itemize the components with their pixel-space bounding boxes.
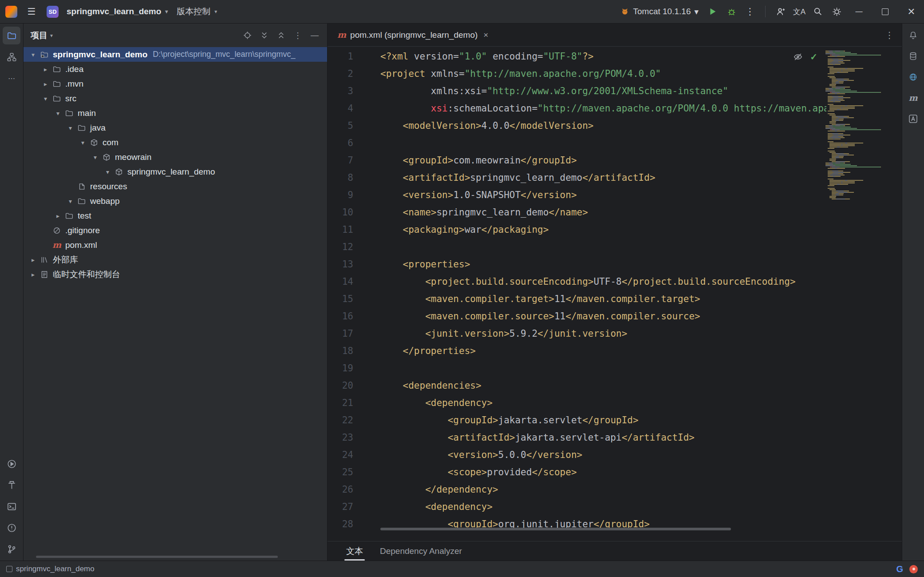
ai-assistant-button[interactable] bbox=[904, 110, 922, 127]
close-button[interactable]: × bbox=[899, 0, 924, 24]
red-circle-icon[interactable] bbox=[909, 565, 918, 573]
endpoints-tool-button[interactable] bbox=[904, 68, 922, 86]
code-line[interactable]: <dependency> bbox=[380, 394, 826, 412]
project-badge[interactable]: SD bbox=[47, 6, 59, 18]
problems-tool-button[interactable] bbox=[3, 519, 20, 537]
maximize-button[interactable] bbox=[873, 0, 898, 24]
bottom-tab-dependency-analyzer[interactable]: Dependency Analyzer bbox=[373, 541, 469, 561]
project-horizontal-scrollbar[interactable] bbox=[36, 556, 278, 558]
tree-item-springmvc_learn_demo[interactable]: ▾springmvc_learn_demo bbox=[24, 164, 327, 179]
services-tool-button[interactable] bbox=[3, 455, 20, 473]
status-breadcrumb[interactable]: springmvc_learn_demo bbox=[6, 565, 95, 573]
highlight-off-icon[interactable] bbox=[793, 52, 803, 62]
more-actions-button[interactable]: ⋮ bbox=[741, 3, 759, 20]
code-line[interactable]: <dependencies> bbox=[380, 377, 826, 394]
tree-item-.gitignore[interactable]: .gitignore bbox=[24, 223, 327, 238]
expand-all-button[interactable] bbox=[257, 28, 271, 43]
chevron-right-icon[interactable]: ▸ bbox=[39, 80, 51, 88]
tree-item--[interactable]: ▸外部库 bbox=[24, 252, 327, 267]
code-line[interactable]: <groupId>jakarta.servlet</groupId> bbox=[380, 412, 826, 429]
editor-tab-pom[interactable]: m pom.xml (springmvc_learn_demo) × bbox=[332, 24, 494, 46]
vcs-widget[interactable]: 版本控制 ▾ bbox=[173, 3, 221, 20]
chevron-down-icon[interactable]: ▾ bbox=[64, 124, 76, 131]
chevron-right-icon[interactable]: ▸ bbox=[27, 256, 39, 263]
code-line[interactable] bbox=[380, 239, 826, 256]
code-line[interactable]: </dependency> bbox=[380, 481, 826, 498]
google-icon[interactable]: G bbox=[896, 564, 903, 574]
tree-item-java[interactable]: ▾java bbox=[24, 120, 327, 135]
chevron-down-icon[interactable]: ▾ bbox=[89, 154, 101, 161]
tree-item-resources[interactable]: resources bbox=[24, 179, 327, 194]
close-icon[interactable]: × bbox=[483, 30, 488, 40]
run-configuration-widget[interactable]: Tomcat 10.1.16 ▾ bbox=[616, 3, 703, 20]
notifications-button[interactable] bbox=[904, 26, 922, 44]
maven-tool-button[interactable]: m bbox=[904, 89, 922, 107]
locate-file-button[interactable] bbox=[240, 28, 254, 43]
minimize-button[interactable]: — bbox=[846, 0, 872, 24]
translate-button[interactable]: 文A bbox=[790, 3, 808, 20]
tree-item-webapp[interactable]: ▾webapp bbox=[24, 194, 327, 208]
code-line[interactable]: <scope>provided</scope> bbox=[380, 464, 826, 481]
code-line[interactable]: </properties> bbox=[380, 342, 826, 360]
more-tool-windows-button[interactable]: ⋯ bbox=[3, 69, 20, 87]
hide-panel-button[interactable]: — bbox=[308, 28, 322, 43]
collapse-all-button[interactable] bbox=[274, 28, 288, 43]
run-button[interactable] bbox=[704, 3, 722, 20]
bottom-tab--[interactable]: 文本 bbox=[339, 541, 370, 561]
build-tool-button[interactable] bbox=[3, 476, 20, 494]
tree-item--[interactable]: ▸临时文件和控制台 bbox=[24, 267, 327, 282]
main-menu-button[interactable]: ☰ bbox=[23, 3, 40, 20]
code-line[interactable]: <properties> bbox=[380, 256, 826, 273]
search-everywhere-button[interactable] bbox=[809, 3, 827, 20]
tab-options-button[interactable]: ⋮ bbox=[881, 30, 897, 40]
code-line[interactable]: <version>1.0-SNAPSHOT</version> bbox=[380, 187, 826, 204]
code-with-me-button[interactable] bbox=[772, 3, 790, 20]
code-line[interactable]: <project.build.sourceEncoding>UTF-8</pro… bbox=[380, 273, 826, 290]
code-line[interactable]: <dependency> bbox=[380, 498, 826, 516]
code-line[interactable]: <packaging>war</packaging> bbox=[380, 221, 826, 239]
code-line[interactable]: <artifactId>springmvc_learn_demo</artifa… bbox=[380, 169, 826, 187]
structure-tool-button[interactable] bbox=[3, 48, 20, 66]
code-line[interactable]: <modelVersion>4.0.0</modelVersion> bbox=[380, 117, 826, 135]
code-line[interactable]: xsi:schemaLocation="http://maven.apache.… bbox=[380, 100, 826, 117]
chevron-right-icon[interactable]: ▸ bbox=[39, 66, 51, 73]
chevron-right-icon[interactable]: ▸ bbox=[52, 212, 64, 219]
project-widget[interactable]: springmvc_learn_demo ▾ bbox=[63, 3, 171, 20]
chevron-down-icon[interactable]: ▾ bbox=[102, 168, 114, 175]
tree-item-pom.xml[interactable]: mpom.xml bbox=[24, 238, 327, 252]
code-line[interactable]: <name>springmvc_learn_demo</name> bbox=[380, 204, 826, 221]
project-panel-title[interactable]: 项目 bbox=[31, 30, 47, 41]
code-line[interactable]: xmlns:xsi="http://www.w3.org/2001/XMLSch… bbox=[380, 83, 826, 100]
tree-item-.idea[interactable]: ▸.idea bbox=[24, 62, 327, 76]
tree-item-meowrain[interactable]: ▾meowrain bbox=[24, 150, 327, 164]
code-line[interactable]: <maven.compiler.target>11</maven.compile… bbox=[380, 290, 826, 308]
inspections-widget[interactable]: ✓ bbox=[793, 52, 817, 62]
code-line[interactable] bbox=[380, 135, 826, 152]
editor-body[interactable]: 1234567891011121314151617181920212223242… bbox=[328, 47, 902, 541]
code-line[interactable]: <version>5.0.0</version> bbox=[380, 446, 826, 464]
chevron-down-icon[interactable]: ▾ bbox=[52, 110, 64, 117]
code-line[interactable]: <maven.compiler.source>11</maven.compile… bbox=[380, 308, 826, 325]
version-control-tool-button[interactable] bbox=[3, 540, 20, 558]
tree-item-com[interactable]: ▾com bbox=[24, 135, 327, 150]
tree-item-main[interactable]: ▾main bbox=[24, 106, 327, 120]
code-line[interactable]: <artifactId>jakarta.servlet-api</artifac… bbox=[380, 429, 826, 446]
tree-item-.mvn[interactable]: ▸.mvn bbox=[24, 76, 327, 91]
code-line[interactable]: <?xml version="1.0" encoding="UTF-8"?> bbox=[380, 48, 826, 65]
panel-options-button[interactable]: ⋮ bbox=[291, 28, 305, 43]
settings-button[interactable] bbox=[828, 3, 845, 20]
project-tool-button[interactable] bbox=[3, 27, 20, 44]
tree-item-src[interactable]: ▾src bbox=[24, 91, 327, 106]
tree-item-springmvc_learn_demo[interactable]: ▾springmvc_learn_demoD:\project\spring_m… bbox=[24, 47, 327, 62]
editor-horizontal-scrollbar[interactable] bbox=[380, 528, 731, 530]
no-problems-icon[interactable]: ✓ bbox=[810, 52, 817, 62]
code-line[interactable] bbox=[380, 360, 826, 377]
code-area[interactable]: <?xml version="1.0" encoding="UTF-8"?><p… bbox=[380, 48, 826, 530]
chevron-down-icon[interactable]: ▾ bbox=[39, 95, 51, 102]
database-tool-button[interactable] bbox=[904, 47, 922, 65]
chevron-right-icon[interactable]: ▸ bbox=[27, 271, 39, 278]
debug-button[interactable] bbox=[723, 3, 740, 20]
code-minimap[interactable] bbox=[825, 51, 893, 200]
code-line[interactable]: <project xmlns="http://maven.apache.org/… bbox=[380, 65, 826, 83]
tree-item-test[interactable]: ▸test bbox=[24, 208, 327, 223]
